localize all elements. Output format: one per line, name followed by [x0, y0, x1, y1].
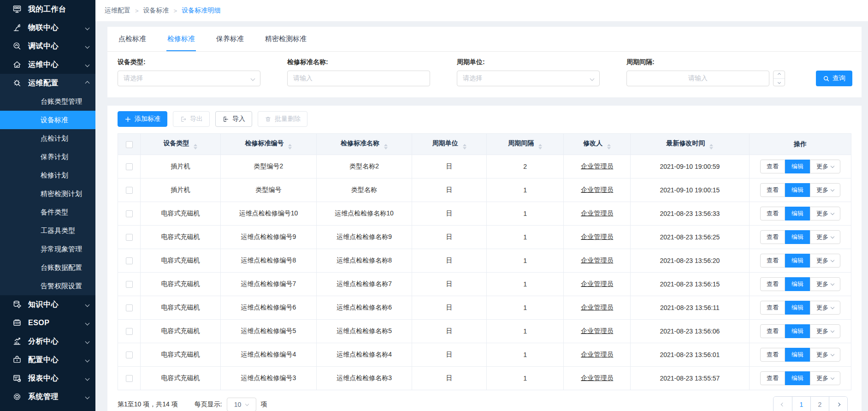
column-header[interactable]: 检修标准名称	[317, 134, 412, 155]
row-checkbox[interactable]	[126, 210, 133, 217]
modifier-link[interactable]: 企业管理员	[581, 280, 613, 287]
more-button[interactable]: 更多	[810, 324, 840, 338]
tab-maintenance-standard[interactable]: 保养标准	[215, 27, 245, 51]
sidebar-item-esop[interactable]: ESOP ESOP	[0, 314, 95, 332]
edit-button[interactable]: 编辑	[785, 183, 810, 197]
row-checkbox[interactable]	[126, 257, 133, 264]
sidebar-item-ops-config[interactable]: 运维配置	[0, 74, 95, 92]
search-button[interactable]: 查询	[816, 71, 852, 86]
more-button[interactable]: 更多	[810, 160, 840, 173]
sidebar-item-analysis-center[interactable]: 分析中心	[0, 332, 95, 351]
modifier-link[interactable]: 企业管理员	[581, 162, 613, 170]
edit-button[interactable]: 编辑	[785, 324, 810, 338]
modifier-link[interactable]: 企业管理员	[581, 233, 613, 240]
row-checkbox[interactable]	[126, 351, 133, 358]
tab-spot-check-standard[interactable]: 点检标准	[118, 27, 147, 51]
breadcrumb-item[interactable]: 运维配置	[105, 6, 130, 15]
select-all-checkbox[interactable]	[126, 141, 133, 148]
tab-overhaul-standard[interactable]: 检修标准	[166, 27, 196, 51]
sidebar-item-debug-center[interactable]: 调试中心	[0, 37, 95, 55]
edit-button[interactable]: 编辑	[785, 160, 810, 173]
column-header[interactable]: 周期间隔	[487, 134, 564, 155]
modifier-link[interactable]: 企业管理员	[581, 209, 613, 217]
breadcrumb-item[interactable]: 设备标准	[143, 6, 169, 15]
modifier-link[interactable]: 企业管理员	[581, 304, 613, 311]
view-button[interactable]: 查看	[760, 277, 785, 291]
sidebar-item-ledger-type-mgmt[interactable]: 台账类型管理	[0, 92, 95, 111]
sidebar-item-report-center[interactable]: 报表中心	[0, 369, 95, 387]
import-button[interactable]: 导入	[215, 111, 252, 127]
more-button[interactable]: 更多	[810, 183, 840, 197]
sidebar-item-maintenance-plan[interactable]: 保养计划	[0, 148, 95, 166]
view-button[interactable]: 查看	[760, 230, 785, 244]
view-button[interactable]: 查看	[760, 254, 785, 268]
standard-name-input[interactable]: 请输入	[287, 71, 430, 86]
row-checkbox[interactable]	[126, 328, 133, 335]
sidebar-item-spot-check-plan[interactable]: 点检计划	[0, 129, 95, 148]
sidebar-item-knowledge-center[interactable]: 知识中心	[0, 295, 95, 314]
edit-button[interactable]: 编辑	[785, 371, 810, 385]
column-header[interactable]: 检修标准编号	[220, 134, 316, 155]
modifier-link[interactable]: 企业管理员	[581, 351, 613, 358]
cycle-unit-select[interactable]: 请选择	[457, 71, 600, 86]
edit-button[interactable]: 编辑	[785, 254, 810, 268]
view-button[interactable]: 查看	[760, 160, 785, 173]
view-button[interactable]: 查看	[760, 324, 785, 338]
more-button[interactable]: 更多	[810, 301, 840, 315]
sidebar-item-tool-type[interactable]: 工器具类型	[0, 221, 95, 240]
more-button[interactable]: 更多	[810, 348, 840, 362]
sidebar-item-ops-center[interactable]: 运维中心	[0, 55, 95, 74]
cycle-interval-input[interactable]: 请输入	[626, 71, 769, 86]
sidebar-item-ledger-data-config[interactable]: 台账数据配置	[0, 258, 95, 277]
more-button[interactable]: 更多	[810, 277, 840, 291]
stepper-up-button[interactable]	[774, 71, 785, 78]
view-button[interactable]: 查看	[760, 207, 785, 220]
export-button[interactable]: 导出	[173, 111, 210, 127]
tab-precision-test-standard[interactable]: 精密检测标准	[264, 27, 307, 51]
prev-page-button[interactable]	[774, 397, 792, 411]
add-standard-button[interactable]: 添加标准	[118, 111, 167, 127]
column-header[interactable]: 最新修改时间	[631, 134, 750, 155]
view-button[interactable]: 查看	[760, 301, 785, 315]
sidebar-item-iot-center[interactable]: 物联中心	[0, 18, 95, 37]
sidebar-item-spare-parts-type[interactable]: 备件类型	[0, 203, 95, 221]
edit-button[interactable]: 编辑	[785, 277, 810, 291]
column-header[interactable]: 设备类型	[141, 134, 220, 155]
modifier-link[interactable]: 企业管理员	[581, 256, 613, 264]
sidebar-item-config-center[interactable]: 配置中心	[0, 351, 95, 369]
row-checkbox[interactable]	[126, 234, 133, 241]
row-checkbox[interactable]	[126, 375, 133, 382]
modifier-link[interactable]: 企业管理员	[581, 374, 613, 381]
sidebar-item-alarm-permission[interactable]: 告警权限设置	[0, 277, 95, 295]
edit-button[interactable]: 编辑	[785, 207, 810, 220]
more-button[interactable]: 更多	[810, 254, 840, 268]
sidebar-item-workbench[interactable]: 我的工作台	[0, 0, 95, 18]
row-checkbox[interactable]	[126, 304, 133, 311]
row-checkbox[interactable]	[126, 163, 133, 170]
more-button[interactable]: 更多	[810, 230, 840, 244]
device-type-select[interactable]: 请选择	[118, 71, 260, 86]
sidebar-item-system-mgmt[interactable]: 系统管理	[0, 387, 95, 406]
page-button-1[interactable]: 1	[792, 397, 810, 411]
column-header[interactable]: 修改人	[564, 134, 631, 155]
row-checkbox[interactable]	[126, 281, 133, 288]
stepper-down-button[interactable]	[774, 78, 785, 86]
view-button[interactable]: 查看	[760, 183, 785, 197]
row-checkbox[interactable]	[126, 187, 133, 194]
next-page-button[interactable]	[829, 397, 847, 411]
more-button[interactable]: 更多	[810, 371, 840, 385]
modifier-link[interactable]: 企业管理员	[581, 327, 613, 334]
view-button[interactable]: 查看	[760, 348, 785, 362]
sidebar-item-overhaul-plan[interactable]: 检修计划	[0, 166, 95, 185]
edit-button[interactable]: 编辑	[785, 230, 810, 244]
edit-button[interactable]: 编辑	[785, 348, 810, 362]
sidebar-item-device-standard[interactable]: 设备标准	[0, 111, 95, 129]
batch-delete-button[interactable]: 批量删除	[258, 111, 307, 127]
sidebar-item-precision-test-plan[interactable]: 精密检测计划	[0, 185, 95, 203]
column-header[interactable]: 周期单位	[412, 134, 486, 155]
more-button[interactable]: 更多	[810, 207, 840, 220]
page-button-2[interactable]: 2	[810, 397, 829, 411]
modifier-link[interactable]: 企业管理员	[581, 186, 613, 193]
page-size-select[interactable]: 10	[227, 398, 256, 411]
edit-button[interactable]: 编辑	[785, 301, 810, 315]
